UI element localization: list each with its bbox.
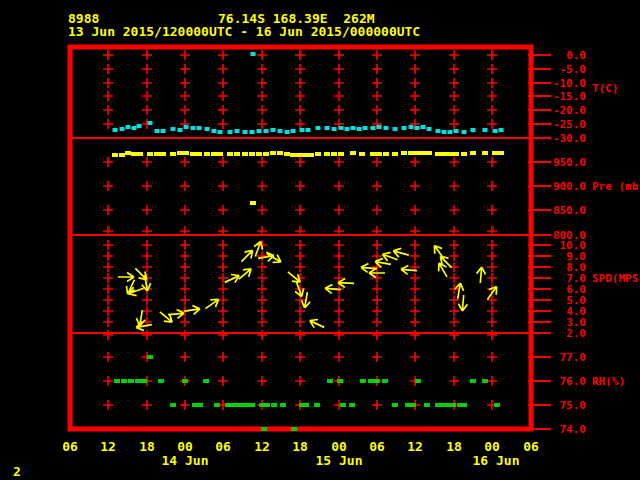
y-axis-tick-label: -10.0 — [540, 78, 586, 89]
y-axis-tick-label: 900.0 — [540, 181, 586, 192]
x-axis-hour-label: 12 — [407, 440, 423, 453]
wind-arrow — [157, 308, 175, 325]
y-axis-tick-label: 2.0 — [540, 328, 586, 339]
x-axis-hour-label: 06 — [523, 440, 539, 453]
x-axis-hour-label: 00 — [177, 440, 193, 453]
x-axis-hour-label: 12 — [254, 440, 270, 453]
y-axis-tick-label: -25.0 — [540, 119, 586, 130]
wind-arrow — [308, 317, 326, 332]
y-axis-unit-label: Pre (mb) — [592, 181, 640, 192]
x-axis-hour-label: 06 — [215, 440, 231, 453]
x-axis-hour-label: 00 — [484, 440, 500, 453]
wind-arrow — [183, 304, 200, 315]
y-axis-tick-label: 75.0 — [540, 400, 586, 411]
wind-arrow — [236, 265, 254, 282]
x-axis-hour-label: 18 — [446, 440, 462, 453]
wind-arrow — [476, 267, 486, 284]
humidity-series — [114, 355, 500, 431]
y-axis-unit-label: T(C) — [592, 83, 619, 94]
pressure-outlier-point — [250, 201, 256, 205]
wind-arrow — [458, 295, 468, 312]
pressure-series — [112, 151, 504, 157]
temperature-outlier-point — [251, 52, 256, 56]
y-axis-tick-label: -5.0 — [540, 64, 586, 75]
y-axis-tick-label: 850.0 — [540, 205, 586, 216]
x-axis-day-label: 15 Jun — [316, 454, 363, 467]
wind-arrow — [203, 296, 221, 313]
y-axis-tick-label: 77.0 — [540, 352, 586, 363]
y-axis-tick-label: -15.0 — [540, 91, 586, 102]
plot-frame — [70, 47, 531, 429]
wind-arrow — [118, 273, 134, 282]
wind-arrow — [135, 309, 147, 326]
x-axis-day-label: 14 Jun — [162, 454, 209, 467]
temperature-series — [113, 121, 504, 134]
y-axis-tick-label: 0.0 — [540, 50, 586, 61]
y-axis-tick-label: 950.0 — [540, 157, 586, 168]
y-axis-unit-label: RH(%) — [592, 376, 625, 387]
x-axis-hour-label: 12 — [100, 440, 116, 453]
grid-plus-marks — [103, 50, 497, 410]
y-axis-tick-label: 74.0 — [540, 424, 586, 435]
x-axis-hour-label: 18 — [292, 440, 308, 453]
wind-arrow — [223, 272, 241, 287]
wind-arrow — [238, 247, 256, 265]
y-axis-tick-label: -30.0 — [540, 133, 586, 144]
x-axis-hour-label: 06 — [369, 440, 385, 453]
page-number: 2 — [13, 465, 21, 478]
wind-arrow — [338, 278, 354, 288]
y-axis-unit-label: SPD(MPS) — [592, 273, 640, 284]
wind-arrow — [392, 247, 410, 260]
wind-arrow — [361, 263, 378, 273]
x-axis-hour-label: 06 — [62, 440, 78, 453]
wind-arrow — [431, 243, 448, 261]
x-axis-day-label: 16 Jun — [473, 454, 520, 467]
meteogram-screen: 8988 76.14S 168.39E 262M 13 Jun 2015/120… — [0, 0, 640, 480]
time-period: 13 Jun 2015/120000UTC - 16 Jun 2015/0000… — [68, 25, 420, 38]
x-axis-hour-label: 18 — [139, 440, 155, 453]
wind-arrows — [118, 240, 500, 332]
y-axis-tick-label: -20.0 — [540, 105, 586, 116]
y-axis-tick-label: 76.0 — [540, 376, 586, 387]
x-axis-hour-label: 00 — [331, 440, 347, 453]
